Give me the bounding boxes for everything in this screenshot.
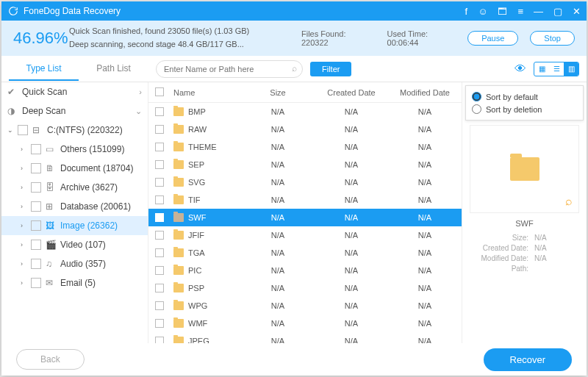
table-row[interactable]: SEPN/AN/AN/A bbox=[148, 156, 462, 173]
eye-icon[interactable]: 👁 bbox=[514, 62, 526, 76]
feedback-icon[interactable]: ☺ bbox=[478, 6, 487, 17]
filter-button[interactable]: Filter bbox=[310, 62, 351, 76]
checkbox[interactable] bbox=[155, 266, 164, 275]
close-icon[interactable]: ✕ bbox=[573, 6, 581, 17]
preview-panel: Sort by default Sort by deletion ⌕ SWF S… bbox=[462, 82, 587, 343]
check-circle-icon: ✔ bbox=[7, 87, 19, 97]
checkbox[interactable] bbox=[155, 301, 164, 310]
maximize-icon[interactable]: ▢ bbox=[553, 6, 562, 17]
table-row[interactable]: TIFN/AN/AN/A bbox=[148, 191, 462, 209]
sidebar-item[interactable]: ›⊞Database (20061) bbox=[1, 197, 148, 216]
table-row[interactable]: PSPN/AN/AN/A bbox=[148, 279, 462, 297]
status-bar: 46.96% Quick Scan finished, found 23050 … bbox=[1, 21, 587, 56]
folder-icon bbox=[173, 107, 184, 116]
magnify-icon[interactable]: ⌕ bbox=[565, 195, 573, 208]
checkbox[interactable] bbox=[155, 213, 164, 222]
view-list-icon[interactable]: ☰ bbox=[549, 62, 564, 76]
folder-icon bbox=[173, 248, 184, 257]
sidebar-item[interactable]: ›✉Email (5) bbox=[1, 273, 148, 292]
checkbox[interactable] bbox=[31, 163, 41, 173]
sidebar: ✔ Quick Scan › ◑ Deep Scan ⌄ ⌄ ⊟ C:(NTFS… bbox=[1, 82, 148, 343]
sidebar-drive[interactable]: ⌄ ⊟ C:(NTFS) (220322) bbox=[1, 121, 148, 140]
sort-deletion[interactable]: Sort by deletion bbox=[472, 103, 577, 115]
table-row[interactable]: TGAN/AN/AN/A bbox=[148, 244, 462, 262]
checkbox[interactable] bbox=[31, 259, 41, 269]
checkbox[interactable] bbox=[155, 319, 164, 328]
checkbox[interactable] bbox=[155, 284, 164, 292]
sidebar-item[interactable]: ›🎬Video (107) bbox=[1, 235, 148, 254]
checkbox[interactable] bbox=[155, 337, 164, 343]
search-icon[interactable]: ⌕ bbox=[292, 63, 297, 73]
sort-default[interactable]: Sort by default bbox=[472, 90, 577, 103]
pause-button[interactable]: Pause bbox=[467, 31, 518, 46]
view-grid-icon[interactable]: ▦ bbox=[534, 62, 549, 76]
chevron-right-icon: › bbox=[21, 241, 31, 248]
checkbox-all[interactable] bbox=[155, 87, 164, 96]
folder-icon bbox=[173, 337, 184, 343]
table-row[interactable]: BMPN/AN/AN/A bbox=[148, 103, 462, 121]
checkbox[interactable] bbox=[155, 107, 164, 116]
view-detail-icon[interactable]: ▥ bbox=[564, 62, 578, 76]
toolbar: Type List Path List ⌕ Filter 👁 ▦ ☰ ▥ bbox=[1, 56, 587, 82]
category-icon: 🎬 bbox=[46, 240, 57, 250]
folder-icon bbox=[173, 284, 184, 292]
minimize-icon[interactable]: ― bbox=[534, 6, 543, 17]
table-row[interactable]: WPGN/AN/AN/A bbox=[148, 297, 462, 315]
folder-icon bbox=[173, 301, 184, 310]
chevron-right-icon: › bbox=[139, 87, 142, 96]
table-row[interactable]: PICN/AN/AN/A bbox=[148, 262, 462, 279]
table-row[interactable]: SVGN/AN/AN/A bbox=[148, 173, 462, 191]
checkbox[interactable] bbox=[31, 201, 41, 212]
checkbox[interactable] bbox=[155, 125, 164, 134]
col-modified[interactable]: Modified Date bbox=[388, 88, 462, 97]
folder-icon bbox=[173, 266, 184, 275]
chevron-down-icon: ⌄ bbox=[7, 126, 18, 134]
folder-icon bbox=[173, 319, 184, 328]
sidebar-quick-scan[interactable]: ✔ Quick Scan › bbox=[1, 82, 148, 101]
chevron-right-icon: › bbox=[21, 279, 31, 287]
checkbox[interactable] bbox=[155, 231, 164, 240]
back-button[interactable]: Back bbox=[16, 349, 85, 370]
sidebar-item[interactable]: ›🗄Archive (3627) bbox=[1, 178, 148, 197]
checkbox[interactable] bbox=[18, 125, 28, 135]
save-icon[interactable]: 🗔 bbox=[498, 6, 507, 17]
recover-button[interactable]: Recover bbox=[484, 348, 572, 371]
table-row[interactable]: JPEGN/AN/AN/A bbox=[148, 332, 462, 343]
chevron-right-icon: › bbox=[21, 165, 31, 172]
sidebar-item[interactable]: ›🖼Image (26362) bbox=[1, 216, 148, 235]
checkbox[interactable] bbox=[155, 143, 164, 151]
checkbox[interactable] bbox=[31, 144, 41, 154]
sidebar-deep-scan[interactable]: ◑ Deep Scan ⌄ bbox=[1, 101, 148, 121]
checkbox[interactable] bbox=[155, 160, 164, 169]
category-icon: ⊞ bbox=[46, 201, 57, 212]
col-created[interactable]: Created Date bbox=[315, 88, 388, 97]
scan-percent: 46.96% bbox=[13, 29, 57, 48]
titlebar: FoneDog Data Recovery f ☺ 🗔 ≡ ― ▢ ✕ bbox=[1, 1, 587, 21]
search-input[interactable] bbox=[156, 60, 303, 78]
facebook-icon[interactable]: f bbox=[465, 6, 468, 17]
checkbox[interactable] bbox=[155, 195, 164, 204]
checkbox[interactable] bbox=[31, 182, 41, 193]
tab-type-list[interactable]: Type List bbox=[9, 57, 79, 81]
checkbox[interactable] bbox=[31, 278, 41, 288]
table-row[interactable]: JFIFN/AN/AN/A bbox=[148, 226, 462, 244]
menu-icon[interactable]: ≡ bbox=[517, 6, 523, 17]
checkbox[interactable] bbox=[31, 240, 41, 250]
checkbox[interactable] bbox=[155, 178, 164, 187]
category-icon: 🖼 bbox=[46, 220, 57, 231]
checkbox[interactable] bbox=[155, 248, 164, 257]
sidebar-item[interactable]: ›♫Audio (357) bbox=[1, 254, 148, 273]
sidebar-item[interactable]: ›▭Others (151099) bbox=[1, 140, 148, 159]
chevron-right-icon: › bbox=[21, 146, 31, 153]
table-row[interactable]: SWFN/AN/AN/A bbox=[148, 209, 462, 226]
stop-button[interactable]: Stop bbox=[530, 31, 575, 46]
folder-icon bbox=[173, 231, 184, 240]
tab-path-list[interactable]: Path List bbox=[79, 57, 148, 81]
col-size[interactable]: Size bbox=[241, 88, 315, 97]
checkbox[interactable] bbox=[31, 220, 41, 231]
sidebar-item[interactable]: ›🗎Document (18704) bbox=[1, 159, 148, 178]
table-row[interactable]: THEMEN/AN/AN/A bbox=[148, 138, 462, 156]
table-row[interactable]: RAWN/AN/AN/A bbox=[148, 121, 462, 138]
table-row[interactable]: WMFN/AN/AN/A bbox=[148, 315, 462, 332]
col-name[interactable]: Name bbox=[171, 88, 241, 97]
